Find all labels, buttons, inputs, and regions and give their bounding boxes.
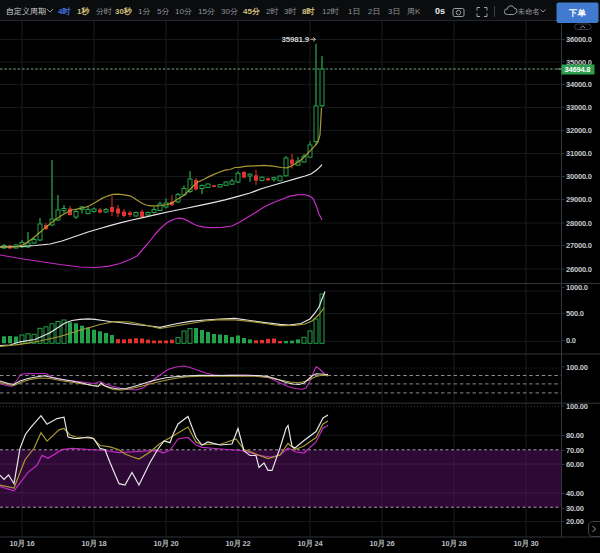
- svg-text:下单: 下单: [568, 8, 587, 18]
- svg-text:0.0: 0.0: [566, 336, 576, 345]
- svg-text:4时: 4时: [58, 7, 70, 16]
- svg-text:30000.0: 30000.0: [566, 172, 592, 181]
- svg-text:10月 16: 10月 16: [9, 539, 34, 548]
- svg-text:36000.0: 36000.0: [566, 35, 592, 44]
- svg-text:45分: 45分: [243, 7, 261, 16]
- svg-text:15分: 15分: [198, 7, 215, 16]
- svg-text:30分: 30分: [221, 7, 238, 16]
- svg-text:34694.8: 34694.8: [565, 65, 591, 74]
- svg-text:1日: 1日: [348, 7, 360, 16]
- svg-text:30.00: 30.00: [566, 504, 584, 513]
- svg-text:1000.0: 1000.0: [566, 283, 588, 292]
- svg-text:10月 30: 10月 30: [513, 539, 538, 548]
- svg-text:20.00: 20.00: [566, 517, 584, 526]
- svg-text:12时: 12时: [322, 7, 339, 16]
- svg-text:10月 26: 10月 26: [369, 539, 394, 548]
- svg-text:周K: 周K: [407, 7, 421, 16]
- svg-text:34000.0: 34000.0: [566, 80, 592, 89]
- svg-text:33000.0: 33000.0: [566, 103, 592, 112]
- svg-text:2时: 2时: [266, 7, 278, 16]
- svg-text:5分: 5分: [157, 7, 169, 16]
- svg-text:31000.0: 31000.0: [566, 149, 592, 158]
- svg-text:10月 20: 10月 20: [153, 539, 178, 548]
- svg-text:2日: 2日: [368, 7, 380, 16]
- svg-text:32000.0: 32000.0: [566, 126, 592, 135]
- svg-text:40.00: 40.00: [566, 489, 584, 498]
- svg-text:35981.9: 35981.9: [281, 35, 309, 44]
- svg-text:500.0: 500.0: [566, 309, 584, 318]
- svg-text:10分: 10分: [175, 7, 192, 16]
- svg-text:30秒: 30秒: [115, 7, 133, 16]
- svg-text:1秒: 1秒: [77, 7, 90, 16]
- svg-text:10月 24: 10月 24: [297, 539, 323, 548]
- svg-text:0s: 0s: [435, 6, 445, 16]
- svg-text:26000.0: 26000.0: [566, 265, 592, 274]
- svg-text:70.00: 70.00: [566, 446, 584, 455]
- svg-text:10月 18: 10月 18: [81, 539, 106, 548]
- svg-text:自定义周期: 自定义周期: [6, 7, 46, 16]
- svg-text:10月 22: 10月 22: [225, 539, 250, 548]
- svg-text:10月 28: 10月 28: [441, 539, 466, 548]
- svg-text:100.00: 100.00: [566, 402, 588, 411]
- svg-text:28000.0: 28000.0: [566, 219, 592, 228]
- svg-text:27000.0: 27000.0: [566, 241, 592, 250]
- svg-text:100.00: 100.00: [566, 363, 588, 372]
- svg-text:3日: 3日: [388, 7, 400, 16]
- svg-text:未命名: 未命名: [518, 7, 541, 16]
- svg-text:3时: 3时: [284, 7, 296, 16]
- svg-text:60.00: 60.00: [566, 460, 584, 469]
- svg-text:80.00: 80.00: [566, 431, 584, 440]
- svg-text:8时: 8时: [302, 7, 314, 16]
- svg-text:1分: 1分: [138, 7, 150, 16]
- svg-text:29000.0: 29000.0: [566, 195, 592, 204]
- svg-text:分时: 分时: [96, 7, 112, 16]
